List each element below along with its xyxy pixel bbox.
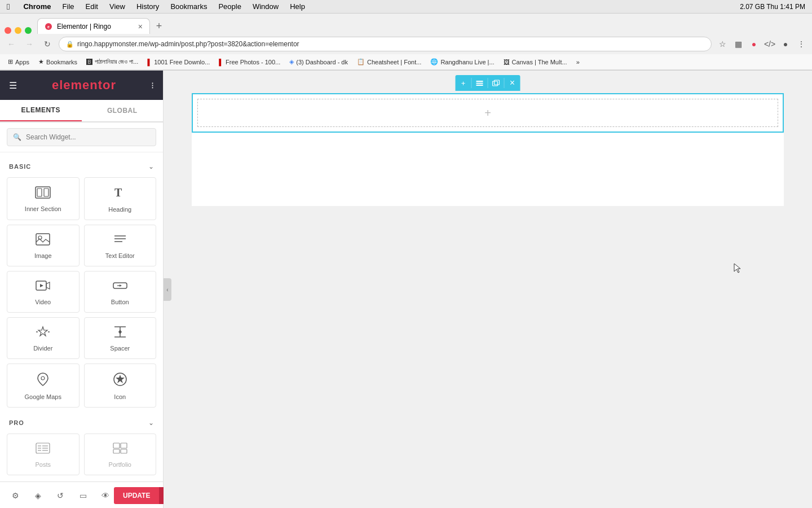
sidebar: ☰ elementor ⁝ ELEMENTS GLOBAL 🔍 BASIC ⌄ <box>0 71 164 508</box>
section-duplicate-btn[interactable] <box>488 75 504 91</box>
traffic-maximize[interactable] <box>25 27 32 34</box>
svg-rect-41 <box>493 81 498 86</box>
mac-status-text: 2.07 GB Thu 1:41 PM <box>740 3 805 11</box>
widget-divider[interactable]: Divider <box>7 317 80 359</box>
menu-window[interactable]: Window <box>253 2 279 11</box>
video-icon <box>36 279 50 294</box>
preview-icon[interactable]: 👁 <box>97 487 114 504</box>
pro-section-header[interactable]: PRO ⌄ <box>0 414 163 431</box>
hamburger-icon[interactable]: ☰ <box>9 80 17 91</box>
section-move-btn[interactable] <box>472 75 488 91</box>
traffic-minimize[interactable] <box>15 27 21 34</box>
widget-spacer-label: Spacer <box>110 345 130 352</box>
new-tab-btn[interactable]: + <box>151 18 167 34</box>
menu-edit[interactable]: Edit <box>86 2 98 11</box>
tab-elements[interactable]: ELEMENTS <box>0 100 82 121</box>
canvas-area[interactable]: + <box>164 71 812 508</box>
menu-people[interactable]: People <box>218 2 241 11</box>
widget-inner-section-label: Inner Section <box>25 205 61 212</box>
update-btn[interactable]: UPDATE <box>114 487 159 504</box>
traffic-close[interactable] <box>5 27 11 34</box>
svg-text:e: e <box>47 25 50 29</box>
svg-rect-38 <box>476 81 483 82</box>
responsive-icon[interactable]: ▭ <box>74 487 91 504</box>
mac-status-right: 2.07 GB Thu 1:41 PM <box>740 3 805 11</box>
account-icon[interactable]: ● <box>779 38 792 50</box>
elementor-logo: elementor <box>52 78 116 93</box>
svg-rect-37 <box>121 449 127 453</box>
pro-widget-1[interactable]: Posts <box>7 433 80 475</box>
pro-widget-2-label: Portfolio <box>109 461 131 468</box>
screenshot-icon[interactable]: ▦ <box>732 38 744 50</box>
search-box: 🔍 <box>0 122 163 152</box>
extension-icon[interactable]: ● <box>748 38 760 50</box>
bookmark-3[interactable]: 🅱 পাঠালানিয়ার জেও পা... <box>83 57 142 67</box>
menu-view[interactable]: View <box>109 2 125 11</box>
cursor <box>733 262 742 276</box>
bookmark-star-icon[interactable]: ☆ <box>716 38 729 50</box>
svg-marker-12 <box>40 284 43 287</box>
menu-history[interactable]: History <box>136 2 159 11</box>
bookmark-7[interactable]: 📋 Cheatsheet | Font... <box>354 57 425 67</box>
search-icon: 🔍 <box>13 133 21 141</box>
widget-google-maps[interactable]: Google Maps <box>7 364 80 408</box>
url-bar[interactable]: 🔒 ringo.happymonster.me/wp-admin/post.ph… <box>59 37 712 51</box>
widget-icon[interactable]: Icon <box>84 364 157 408</box>
theme-icon[interactable]: ◈ <box>29 487 46 504</box>
browser-tab-elementor[interactable]: e Elementor | Ringo × <box>37 18 150 34</box>
inner-section-canvas[interactable]: + <box>197 99 778 127</box>
nav-forward-btn[interactable]: → <box>23 37 36 51</box>
widget-image[interactable]: Image <box>7 225 80 266</box>
widget-button[interactable]: Button <box>84 271 157 313</box>
canvas-content: + <box>192 93 784 206</box>
nav-back-btn[interactable]: ← <box>5 37 18 51</box>
widget-image-label: Image <box>34 252 52 259</box>
menu-help[interactable]: Help <box>290 2 305 11</box>
bookmark-5[interactable]: ▌ Free Photos - 100... <box>215 58 284 67</box>
canvas-section[interactable]: + <box>192 93 784 133</box>
svg-rect-6 <box>36 234 50 245</box>
nav-refresh-btn[interactable]: ↻ <box>41 37 54 51</box>
bookmark-4[interactable]: ▌ 1001 Free Downlo... <box>144 58 213 67</box>
menu-chrome[interactable]: Chrome <box>23 2 51 11</box>
widget-heading[interactable]: T Heading <box>84 177 157 220</box>
bookmark-bookmarks[interactable]: ★ Bookmarks <box>35 57 81 67</box>
basic-section-header[interactable]: BASIC ⌄ <box>0 158 163 175</box>
pro-widgets-grid: Posts Portfolio <box>0 431 163 481</box>
add-element-btn[interactable]: + <box>484 107 491 120</box>
history-icon[interactable]: ↺ <box>52 487 69 504</box>
pro-widget-2[interactable]: Portfolio <box>84 433 157 475</box>
address-bar: ← → ↻ 🔒 ringo.happymonster.me/wp-admin/p… <box>0 34 812 54</box>
section-delete-btn[interactable]: × <box>505 75 520 91</box>
widget-inner-section[interactable]: Inner Section <box>7 177 80 220</box>
svg-point-24 <box>41 376 45 380</box>
more-icon[interactable]: ⋮ <box>795 38 807 50</box>
widget-heading-label: Heading <box>108 206 131 213</box>
bookmark-apps[interactable]: ⊞ Apps <box>5 57 33 67</box>
tab-close-btn[interactable]: × <box>138 22 143 31</box>
bookmark-9[interactable]: 🖼 Canvas | The Mult... <box>500 58 571 67</box>
app-layout: ☰ elementor ⁝ ELEMENTS GLOBAL 🔍 BASIC ⌄ <box>0 71 812 508</box>
sidebar-collapse-btn[interactable]: ‹ <box>164 278 171 301</box>
grid-icon[interactable]: ⁝ <box>151 80 154 91</box>
widget-spacer[interactable]: Spacer <box>84 317 157 359</box>
widget-text-editor[interactable]: Text Editor <box>84 225 157 266</box>
section-add-btn[interactable]: + <box>456 75 471 91</box>
menu-file[interactable]: File <box>63 2 74 11</box>
tab-global[interactable]: GLOBAL <box>82 100 164 121</box>
devtools-icon[interactable]: </> <box>764 38 776 50</box>
menu-bookmarks[interactable]: Bookmarks <box>170 2 207 11</box>
bookmark-6[interactable]: ◈ (3) Dashboard - dk <box>286 57 351 67</box>
svg-rect-35 <box>121 443 127 448</box>
widget-icon-label: Icon <box>114 393 126 400</box>
button-icon <box>113 279 127 294</box>
widget-video[interactable]: Video <box>7 271 80 313</box>
settings-icon[interactable]: ⚙ <box>7 487 24 504</box>
bookmark-more[interactable]: » <box>573 58 583 67</box>
basic-section-chevron: ⌄ <box>148 163 154 170</box>
bookmark-8[interactable]: 🌐 Rangdhanu Live |... <box>427 57 497 67</box>
search-input[interactable] <box>26 133 150 141</box>
svg-rect-4 <box>44 189 48 196</box>
svg-marker-16 <box>38 327 47 336</box>
pro-widget-1-label: Posts <box>35 461 51 468</box>
